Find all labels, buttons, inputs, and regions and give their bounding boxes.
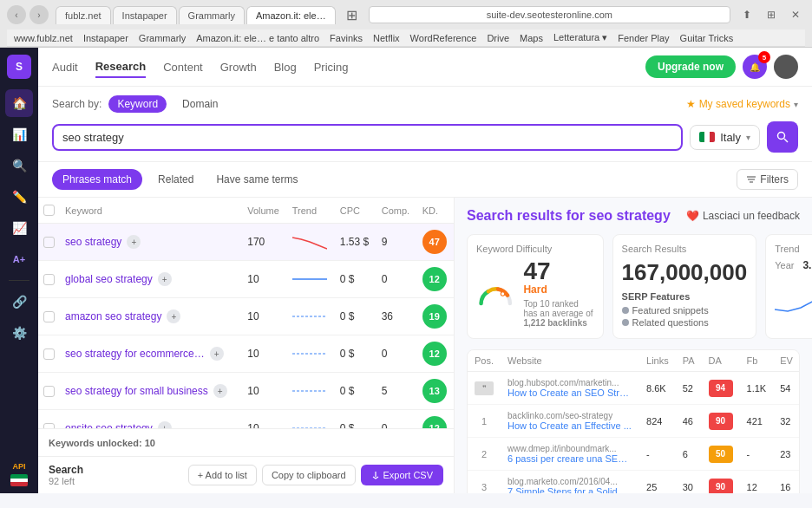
- add-keyword-icon[interactable]: +: [158, 421, 172, 428]
- select-all-checkbox[interactable]: [43, 205, 55, 216]
- keyword-name[interactable]: seo strategy for ecommerce…: [65, 348, 205, 360]
- col-comp: Comp.: [377, 198, 417, 224]
- nav-blog[interactable]: Blog: [274, 57, 297, 77]
- serp-site-title[interactable]: How to Create an Effective ...: [508, 420, 632, 431]
- add-keyword-icon[interactable]: +: [127, 235, 141, 249]
- serp-site-cell: blog.hubspot.com/marketin... How to Crea…: [501, 372, 639, 405]
- trend-mini-chart: [292, 382, 330, 400]
- bookmark-guitar[interactable]: Guitar Tricks: [680, 33, 734, 43]
- serp-site-title[interactable]: 7 Simple Steps for a Solid S...: [508, 486, 632, 493]
- add-keyword-icon[interactable]: +: [158, 272, 172, 286]
- keyword-name[interactable]: global seo strategy: [65, 273, 153, 285]
- add-keyword-icon[interactable]: +: [167, 309, 180, 323]
- nav-content[interactable]: Content: [163, 57, 203, 77]
- serp-site-title[interactable]: How to Create an SEO Stra...: [508, 388, 632, 398]
- notifications-button[interactable]: 🔔 5: [743, 55, 767, 79]
- search-tab-keyword[interactable]: Keyword: [108, 95, 167, 113]
- bookmark-netflix[interactable]: Netflix: [373, 33, 400, 43]
- bookmark-grammarly[interactable]: Grammarly: [139, 33, 186, 43]
- bookmark-letteratura[interactable]: Letteratura ▾: [553, 32, 607, 43]
- bookmark-maps[interactable]: Maps: [520, 33, 543, 43]
- export-csv-button[interactable]: Export CSV: [361, 465, 443, 485]
- browser-menu-button[interactable]: ⊞: [762, 5, 781, 24]
- phrases-match-button[interactable]: Phrases match: [52, 169, 142, 190]
- sidebar-icon-home[interactable]: 🏠: [5, 89, 33, 117]
- bookmark-fublz[interactable]: www.fublz.net: [14, 33, 73, 43]
- sidebar-icon-edit[interactable]: ✏️: [5, 183, 33, 211]
- browser-tab-4[interactable]: Amazon.it: ele…: [246, 6, 336, 24]
- browser-address-bar[interactable]: suite-dev.seotesteronline.com: [369, 6, 730, 23]
- browser-forward-button[interactable]: ›: [29, 5, 49, 24]
- related-tab[interactable]: Related: [151, 169, 200, 190]
- bookmark-amazon[interactable]: Amazon.it: ele… e tanto altro: [196, 33, 319, 43]
- kd-sub: Top 10 ranked has an average of 1,212 ba…: [523, 299, 593, 328]
- browser-tab-1[interactable]: fublz.net: [56, 6, 111, 24]
- sidebar-icon-search[interactable]: 🔍: [5, 152, 33, 179]
- row-trend: [287, 298, 335, 335]
- serp-site-title[interactable]: 6 passi per creare una SEO ...: [508, 453, 632, 464]
- nav-growth[interactable]: Growth: [220, 57, 257, 77]
- da-badge: 94: [709, 380, 733, 397]
- sidebar-icon-chart[interactable]: 📊: [5, 120, 33, 148]
- copy-clipboard-button[interactable]: Copy to clipboard: [262, 465, 356, 485]
- browser-new-tab-button[interactable]: ⊞: [343, 5, 362, 24]
- kd-badge: 13: [422, 379, 447, 403]
- country-selector[interactable]: Italy ▾: [690, 125, 760, 150]
- sidebar-icon-text[interactable]: A+: [5, 245, 33, 273]
- feedback-button[interactable]: ❤️ Lasciaci un feedback: [686, 210, 800, 222]
- keyword-name[interactable]: seo strategy for small business: [65, 385, 208, 397]
- table-row: onsite seo strategy + 10 0 $ 0 12: [38, 410, 454, 429]
- search-label: Search: [49, 464, 83, 476]
- search-icon: [776, 130, 789, 144]
- add-keyword-icon[interactable]: +: [213, 384, 227, 398]
- search-tab-domain[interactable]: Domain: [174, 95, 226, 113]
- row-checkbox[interactable]: [43, 311, 55, 322]
- filters-button[interactable]: Filters: [737, 169, 798, 190]
- col-cpc: CPC: [335, 198, 377, 224]
- nav-research[interactable]: Research: [95, 56, 147, 78]
- serp-da: 90: [702, 471, 740, 494]
- row-trend: [287, 410, 335, 429]
- upgrade-button[interactable]: Upgrade now: [645, 55, 736, 78]
- nav-audit[interactable]: Audit: [52, 57, 78, 77]
- browser-back-button[interactable]: ‹: [7, 5, 26, 24]
- keywords-unlocked-text: Keywords unlocked: 10: [49, 438, 155, 448]
- kd-badge: 12: [422, 267, 447, 291]
- sidebar-logo: S: [7, 55, 31, 79]
- browser-plus-button[interactable]: ✕: [786, 5, 805, 24]
- left-panel: Keyword Volume Trend CPC Comp. KD.: [38, 198, 455, 493]
- row-checkbox[interactable]: [43, 237, 55, 248]
- avatar-button[interactable]: [774, 55, 798, 79]
- search-submit-button[interactable]: [767, 121, 798, 153]
- row-checkbox[interactable]: [43, 274, 55, 285]
- row-checkbox[interactable]: [43, 348, 55, 360]
- add-to-list-button[interactable]: + Add to list: [188, 465, 257, 485]
- bookmark-favinks[interactable]: Favinks: [330, 33, 363, 43]
- sidebar-api-label[interactable]: API: [12, 462, 25, 471]
- sidebar-icon-growth[interactable]: 📈: [5, 214, 33, 242]
- my-saved-keywords-button[interactable]: ★ My saved keywords ▾: [686, 98, 798, 110]
- bookmark-wordreference[interactable]: WordReference: [410, 33, 477, 43]
- add-keyword-icon[interactable]: +: [210, 347, 224, 361]
- keyword-search-input[interactable]: [62, 131, 672, 144]
- sidebar-icon-link[interactable]: 🔗: [5, 288, 33, 316]
- keyword-name[interactable]: amazon seo strategy: [65, 310, 161, 322]
- row-cpc: 0 $: [335, 261, 377, 298]
- row-checkbox-cell: [38, 373, 60, 410]
- bookmark-instapaper[interactable]: Instapaper: [83, 33, 128, 43]
- browser-share-button[interactable]: ⬆: [737, 5, 756, 24]
- bookmark-fender[interactable]: Fender Play: [618, 33, 669, 43]
- search-input-wrapper: [52, 124, 683, 151]
- serp-links: 8.6K: [639, 372, 676, 405]
- row-checkbox[interactable]: [43, 386, 55, 397]
- nav-pricing[interactable]: Pricing: [314, 57, 349, 77]
- sidebar-icon-settings[interactable]: ⚙️: [5, 319, 33, 347]
- serp-pos: 2: [468, 438, 501, 471]
- address-text: suite-dev.seotesteronline.com: [487, 10, 612, 20]
- keyword-name[interactable]: seo strategy: [65, 236, 121, 248]
- bookmark-drive[interactable]: Drive: [487, 33, 509, 43]
- keyword-name[interactable]: onsite seo strategy: [65, 422, 153, 428]
- browser-tab-3[interactable]: Grammarly: [179, 6, 245, 24]
- same-terms-tab[interactable]: Have same terms: [209, 169, 304, 190]
- browser-tab-2[interactable]: Instapaper: [113, 6, 177, 24]
